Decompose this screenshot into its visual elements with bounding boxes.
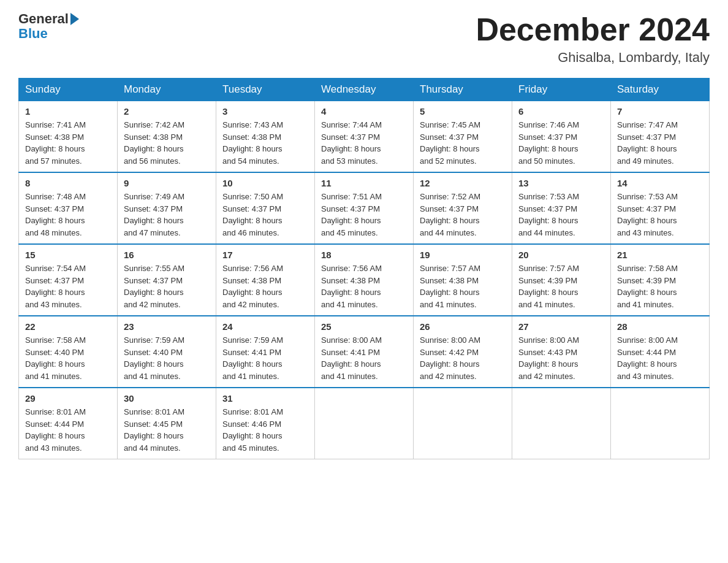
day-number: 6 (518, 106, 604, 117)
day-info: Sunrise: 7:55 AMSunset: 4:37 PMDaylight:… (124, 264, 184, 309)
day-info: Sunrise: 7:47 AMSunset: 4:37 PMDaylight:… (617, 120, 678, 166)
day-number: 10 (222, 178, 308, 188)
day-number: 24 (222, 321, 308, 332)
day-number: 7 (617, 106, 703, 117)
calendar-cell: 16 Sunrise: 7:55 AMSunset: 4:37 PMDaylig… (118, 244, 216, 316)
day-number: 9 (124, 178, 210, 188)
calendar-cell: 8 Sunrise: 7:48 AMSunset: 4:37 PMDayligh… (19, 172, 118, 244)
day-number: 16 (124, 250, 210, 260)
calendar-cell: 17 Sunrise: 7:56 AMSunset: 4:38 PMDaylig… (216, 244, 315, 316)
day-number: 18 (321, 250, 407, 260)
day-info: Sunrise: 7:56 AMSunset: 4:38 PMDaylight:… (321, 264, 382, 309)
day-number: 21 (617, 250, 703, 260)
calendar-cell: 21 Sunrise: 7:58 AMSunset: 4:39 PMDaylig… (611, 244, 710, 316)
day-number: 12 (420, 178, 506, 188)
week-row-2: 8 Sunrise: 7:48 AMSunset: 4:37 PMDayligh… (19, 172, 710, 244)
day-info: Sunrise: 7:58 AMSunset: 4:39 PMDaylight:… (617, 264, 678, 309)
day-number: 3 (222, 106, 308, 117)
calendar-cell (315, 388, 414, 459)
day-info: Sunrise: 7:57 AMSunset: 4:39 PMDaylight:… (518, 264, 579, 309)
day-info: Sunrise: 7:54 AMSunset: 4:37 PMDaylight:… (25, 264, 86, 309)
day-info: Sunrise: 7:43 AMSunset: 4:38 PMDaylight:… (222, 120, 283, 166)
day-info: Sunrise: 7:53 AMSunset: 4:37 PMDaylight:… (518, 192, 579, 237)
calendar-cell: 18 Sunrise: 7:56 AMSunset: 4:38 PMDaylig… (315, 244, 414, 316)
calendar-cell: 24 Sunrise: 7:59 AMSunset: 4:41 PMDaylig… (216, 316, 315, 388)
day-info: Sunrise: 7:53 AMSunset: 4:37 PMDaylight:… (617, 192, 678, 237)
day-number: 13 (518, 178, 604, 188)
day-number: 29 (25, 393, 111, 404)
day-number: 20 (518, 250, 604, 260)
header-tuesday: Tuesday (216, 79, 315, 101)
calendar-cell: 4 Sunrise: 7:44 AMSunset: 4:37 PMDayligh… (315, 101, 414, 173)
day-number: 30 (124, 393, 210, 404)
day-info: Sunrise: 7:57 AMSunset: 4:38 PMDaylight:… (420, 264, 480, 309)
day-number: 1 (25, 106, 111, 117)
logo-general-text: General (18, 12, 69, 26)
calendar-cell (414, 388, 512, 459)
day-info: Sunrise: 7:41 AMSunset: 4:38 PMDaylight:… (25, 120, 86, 166)
day-info: Sunrise: 7:51 AMSunset: 4:37 PMDaylight:… (321, 192, 382, 237)
header-friday: Friday (512, 79, 611, 101)
day-info: Sunrise: 7:59 AMSunset: 4:41 PMDaylight:… (222, 335, 283, 381)
calendar-cell: 7 Sunrise: 7:47 AMSunset: 4:37 PMDayligh… (611, 101, 710, 173)
day-info: Sunrise: 7:49 AMSunset: 4:37 PMDaylight:… (124, 192, 184, 237)
calendar-cell: 19 Sunrise: 7:57 AMSunset: 4:38 PMDaylig… (414, 244, 512, 316)
logo: General Blue (18, 12, 81, 42)
calendar-cell (512, 388, 611, 459)
header-saturday: Saturday (611, 79, 710, 101)
weekday-header-row: SundayMondayTuesdayWednesdayThursdayFrid… (19, 79, 710, 101)
logo-arrow-icon (70, 13, 79, 25)
day-info: Sunrise: 8:00 AMSunset: 4:44 PMDaylight:… (617, 335, 678, 381)
page-header: General Blue December 2024 Ghisalba, Lom… (18, 12, 710, 66)
day-info: Sunrise: 7:48 AMSunset: 4:37 PMDaylight:… (25, 192, 86, 237)
calendar-cell: 10 Sunrise: 7:50 AMSunset: 4:37 PMDaylig… (216, 172, 315, 244)
header-monday: Monday (118, 79, 216, 101)
day-number: 11 (321, 178, 407, 188)
calendar-cell: 29 Sunrise: 8:01 AMSunset: 4:44 PMDaylig… (19, 388, 118, 459)
day-info: Sunrise: 8:00 AMSunset: 4:43 PMDaylight:… (518, 335, 579, 381)
day-number: 25 (321, 321, 407, 332)
calendar-cell: 23 Sunrise: 7:59 AMSunset: 4:40 PMDaylig… (118, 316, 216, 388)
calendar-cell: 5 Sunrise: 7:45 AMSunset: 4:37 PMDayligh… (414, 101, 512, 173)
calendar-cell: 25 Sunrise: 8:00 AMSunset: 4:41 PMDaylig… (315, 316, 414, 388)
day-info: Sunrise: 8:01 AMSunset: 4:45 PMDaylight:… (124, 407, 184, 453)
calendar-cell: 1 Sunrise: 7:41 AMSunset: 4:38 PMDayligh… (19, 101, 118, 173)
calendar-cell: 14 Sunrise: 7:53 AMSunset: 4:37 PMDaylig… (611, 172, 710, 244)
calendar-cell: 2 Sunrise: 7:42 AMSunset: 4:38 PMDayligh… (118, 101, 216, 173)
calendar-cell: 12 Sunrise: 7:52 AMSunset: 4:37 PMDaylig… (414, 172, 512, 244)
calendar-cell: 20 Sunrise: 7:57 AMSunset: 4:39 PMDaylig… (512, 244, 611, 316)
calendar-cell: 26 Sunrise: 8:00 AMSunset: 4:42 PMDaylig… (414, 316, 512, 388)
day-info: Sunrise: 7:46 AMSunset: 4:37 PMDaylight:… (518, 120, 579, 166)
calendar-table: SundayMondayTuesdayWednesdayThursdayFrid… (18, 78, 710, 459)
day-info: Sunrise: 8:00 AMSunset: 4:41 PMDaylight:… (321, 335, 382, 381)
day-number: 22 (25, 321, 111, 332)
day-number: 8 (25, 178, 111, 188)
day-number: 26 (420, 321, 506, 332)
day-number: 4 (321, 106, 407, 117)
day-info: Sunrise: 7:50 AMSunset: 4:37 PMDaylight:… (222, 192, 283, 237)
header-sunday: Sunday (19, 79, 118, 101)
calendar-cell: 30 Sunrise: 8:01 AMSunset: 4:45 PMDaylig… (118, 388, 216, 459)
header-wednesday: Wednesday (315, 79, 414, 101)
calendar-cell: 31 Sunrise: 8:01 AMSunset: 4:46 PMDaylig… (216, 388, 315, 459)
month-title: December 2024 (476, 12, 710, 47)
calendar-cell: 13 Sunrise: 7:53 AMSunset: 4:37 PMDaylig… (512, 172, 611, 244)
day-number: 2 (124, 106, 210, 117)
day-info: Sunrise: 8:01 AMSunset: 4:44 PMDaylight:… (25, 407, 86, 453)
day-info: Sunrise: 8:01 AMSunset: 4:46 PMDaylight:… (222, 407, 283, 453)
day-info: Sunrise: 7:59 AMSunset: 4:40 PMDaylight:… (124, 335, 184, 381)
calendar-cell: 6 Sunrise: 7:46 AMSunset: 4:37 PMDayligh… (512, 101, 611, 173)
day-number: 14 (617, 178, 703, 188)
day-info: Sunrise: 7:45 AMSunset: 4:37 PMDaylight:… (420, 120, 480, 166)
day-info: Sunrise: 7:42 AMSunset: 4:38 PMDaylight:… (124, 120, 184, 166)
calendar-cell: 11 Sunrise: 7:51 AMSunset: 4:37 PMDaylig… (315, 172, 414, 244)
day-info: Sunrise: 8:00 AMSunset: 4:42 PMDaylight:… (420, 335, 480, 381)
day-number: 23 (124, 321, 210, 332)
week-row-5: 29 Sunrise: 8:01 AMSunset: 4:44 PMDaylig… (19, 388, 710, 459)
day-number: 28 (617, 321, 703, 332)
day-info: Sunrise: 7:58 AMSunset: 4:40 PMDaylight:… (25, 335, 86, 381)
day-number: 19 (420, 250, 506, 260)
day-number: 17 (222, 250, 308, 260)
day-number: 15 (25, 250, 111, 260)
week-row-3: 15 Sunrise: 7:54 AMSunset: 4:37 PMDaylig… (19, 244, 710, 316)
